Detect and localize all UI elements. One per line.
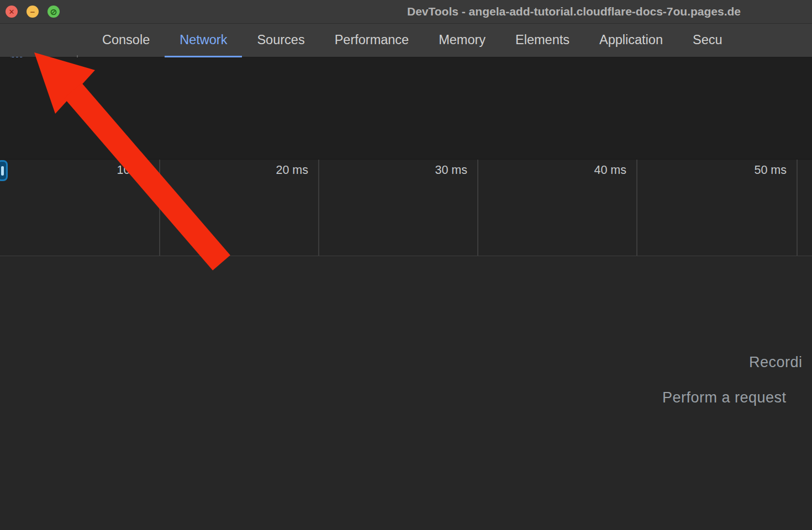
network-toolbar: Preserve log Disable cache No throttling	[0, 57, 812, 94]
panel-tab-bar: Console Network Sources Performance Memo…	[0, 24, 812, 57]
timeline-gridline	[797, 160, 798, 256]
timeline-marker: 40 ms	[571, 163, 626, 177]
timeline-gridline	[477, 160, 478, 256]
window-controls: ✕ − ⊘	[6, 6, 60, 18]
title-bar: ✕ − ⊘ DevTools - angela-add-tutorial.clo…	[0, 0, 812, 24]
timeline-marker: 20 ms	[253, 163, 308, 177]
network-filter-bar: Invert Hide data URLs Hide extension URL…	[0, 94, 812, 127]
tab-security[interactable]: Secu	[678, 24, 737, 57]
timeline-gridline	[636, 160, 637, 256]
devtools-window: ✕ − ⊘ DevTools - angela-add-tutorial.clo…	[0, 0, 812, 530]
overview-range-handle[interactable]	[0, 160, 8, 181]
timeline-marker: 30 ms	[412, 163, 467, 177]
request-list-empty-area: Recordi Perform a request	[0, 256, 812, 530]
minimize-window-icon[interactable]: −	[27, 6, 39, 18]
timeline-marker: 50 ms	[731, 163, 787, 177]
tab-sources[interactable]: Sources	[242, 24, 319, 57]
timeline-gridline	[159, 160, 160, 256]
tab-application[interactable]: Application	[584, 24, 678, 57]
tab-console[interactable]: Console	[87, 24, 165, 57]
timeline-marker: 10 ms	[94, 163, 149, 177]
zoom-window-icon[interactable]: ⊘	[48, 6, 60, 18]
timeline-gridline	[318, 160, 319, 256]
window-title: DevTools - angela-add-tutorial.cloudflar…	[407, 5, 741, 18]
tab-network[interactable]: Network	[165, 24, 242, 57]
empty-state-recording-text: Recordi	[749, 354, 803, 371]
empty-state-hint-text: Perform a request	[662, 389, 787, 406]
panel-tabs: Console Network Sources Performance Memo…	[87, 24, 812, 57]
tab-performance[interactable]: Performance	[320, 24, 424, 57]
tab-memory[interactable]: Memory	[424, 24, 500, 57]
close-window-icon[interactable]: ✕	[6, 6, 18, 18]
tab-elements[interactable]: Elements	[500, 24, 584, 57]
network-overview-timeline[interactable]: 10 ms 20 ms 30 ms 40 ms 50 ms	[0, 159, 812, 256]
request-filter-row: Blocked requests 3rd-party requests	[0, 127, 812, 159]
